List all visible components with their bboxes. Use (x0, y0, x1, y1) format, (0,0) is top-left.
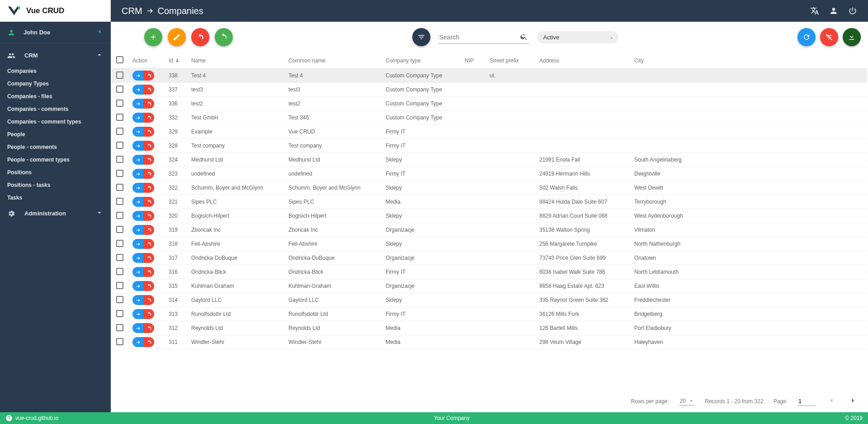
row-checkbox[interactable] (116, 254, 123, 261)
row-open-button[interactable] (132, 183, 143, 193)
row-checkbox[interactable] (116, 71, 123, 79)
th-nip[interactable]: NIP (460, 52, 485, 69)
table-row[interactable]: 315Kuhlman-GrahamKuhlman-GrahamOrganizac… (112, 279, 867, 293)
row-checkbox[interactable] (116, 240, 123, 247)
footer-link[interactable]: vue-crud.github.io (15, 415, 58, 421)
row-checkbox[interactable] (116, 310, 123, 317)
row-undo-button[interactable] (143, 197, 154, 207)
clear-filter-button[interactable] (820, 28, 838, 46)
table-row[interactable]: 319Zboncak IncZboncak IncOrganizacje3513… (112, 223, 867, 237)
sidebar-item[interactable]: Companies - comments (0, 103, 111, 115)
row-open-button[interactable] (132, 155, 143, 165)
user-row[interactable]: John Doe (0, 22, 111, 43)
row-undo-button[interactable] (143, 239, 154, 249)
row-open-button[interactable] (132, 141, 143, 151)
row-undo-button[interactable] (143, 337, 154, 347)
edit-button[interactable] (168, 28, 186, 46)
row-undo-button[interactable] (143, 169, 154, 179)
row-open-button[interactable] (132, 71, 143, 81)
row-undo-button[interactable] (143, 211, 154, 221)
nav-group-admin[interactable]: Administration (0, 204, 111, 223)
row-checkbox[interactable] (116, 268, 123, 275)
table-row[interactable]: 312Reynolds LtdReynolds LtdMedia126 Bart… (112, 321, 867, 335)
table-row[interactable]: 328Test companyTest companyFirmy IT (112, 139, 867, 153)
row-undo-button[interactable] (143, 141, 154, 151)
row-open-button[interactable] (132, 309, 143, 319)
translate-icon[interactable] (810, 6, 819, 15)
row-undo-button[interactable] (143, 127, 154, 137)
th-city[interactable]: City (630, 52, 867, 69)
table-row[interactable]: 320Bogisich-HilpertBogisich-HilpertSklep… (112, 209, 867, 223)
table-row[interactable]: 316Ondricka-BlickOndricka-BlickFirmy IT6… (112, 265, 867, 279)
row-open-button[interactable] (132, 211, 143, 221)
filter-button[interactable] (412, 28, 430, 46)
next-page-button[interactable] (847, 395, 859, 408)
table-row[interactable]: 337test3test3Custom Company Type (112, 83, 867, 97)
row-open-button[interactable] (132, 267, 143, 277)
sidebar-item[interactable]: Companies - comment types (0, 115, 111, 128)
status-select[interactable]: Active (537, 31, 618, 43)
row-undo-button[interactable] (143, 225, 154, 235)
row-checkbox[interactable] (116, 170, 123, 177)
row-checkbox[interactable] (116, 114, 123, 121)
select-all-checkbox[interactable] (116, 56, 123, 63)
sidebar-item[interactable]: People - comments (0, 141, 111, 153)
row-undo-button[interactable] (143, 309, 154, 319)
row-open-button[interactable] (132, 225, 143, 235)
table-row[interactable]: 336test2test2Custom Company Type (112, 97, 867, 111)
download-button[interactable] (843, 28, 861, 46)
row-open-button[interactable] (132, 169, 143, 179)
chevron-left-icon[interactable] (95, 28, 104, 37)
table-row[interactable]: 332Test GmbHTest 345Custom Company Type (112, 111, 867, 125)
row-undo-button[interactable] (143, 323, 154, 333)
row-open-button[interactable] (132, 253, 143, 263)
row-undo-button[interactable] (143, 253, 154, 263)
undo-button[interactable] (191, 28, 209, 46)
row-undo-button[interactable] (143, 71, 154, 81)
power-icon[interactable] (848, 6, 857, 15)
row-undo-button[interactable] (143, 281, 154, 291)
row-checkbox[interactable] (116, 282, 123, 289)
row-checkbox[interactable] (116, 198, 123, 205)
th-common[interactable]: Common name (284, 52, 381, 69)
table-row[interactable]: 322Schumm, Boyer and McGlynnSchumm, Boye… (112, 181, 867, 195)
row-checkbox[interactable] (116, 100, 123, 107)
th-id[interactable]: Id (164, 52, 187, 69)
sidebar-item[interactable]: Positions - tasks (0, 179, 111, 191)
th-name[interactable]: Name (187, 52, 284, 69)
table-row[interactable]: 324Medhurst LtdMedhurst LtdSklepy21991 E… (112, 153, 867, 167)
row-undo-button[interactable] (143, 113, 154, 123)
row-undo-button[interactable] (143, 85, 154, 95)
row-open-button[interactable] (132, 337, 143, 347)
row-checkbox[interactable] (116, 86, 123, 93)
row-checkbox[interactable] (116, 142, 123, 149)
nav-group-crm[interactable]: CRM (0, 46, 111, 65)
row-undo-button[interactable] (143, 155, 154, 165)
row-open-button[interactable] (132, 239, 143, 249)
row-open-button[interactable] (132, 127, 143, 137)
table-row[interactable]: 314Gaylord LLCGaylord LLCSklepy335 Rayno… (112, 293, 867, 307)
row-checkbox[interactable] (116, 156, 123, 163)
row-undo-button[interactable] (143, 183, 154, 193)
search-input[interactable] (439, 31, 529, 44)
th-address[interactable]: Address (535, 52, 630, 69)
row-checkbox[interactable] (116, 128, 123, 135)
table-row[interactable]: 329ExampleVue CRUDFirmy IT (112, 125, 867, 139)
add-button[interactable] (144, 28, 162, 46)
row-checkbox[interactable] (116, 226, 123, 233)
sidebar-item[interactable]: Company Types (0, 77, 111, 90)
row-open-button[interactable] (132, 197, 143, 207)
sidebar-item[interactable]: People - comment types (0, 153, 111, 166)
row-open-button[interactable] (132, 113, 143, 123)
sidebar-item[interactable]: People (0, 128, 111, 141)
table-row[interactable]: 311Windler-StehrWindler-StehrMedia298 Ve… (112, 335, 867, 349)
table-row[interactable]: 323undefinedundefinedFirmy IT24919 Herma… (112, 167, 867, 181)
table-row[interactable]: 318Feil-AbshireFeil-AbshireSklepy256 Mar… (112, 237, 867, 251)
help-icon[interactable] (5, 414, 13, 422)
th-prefix[interactable]: Street prefix (485, 52, 535, 69)
row-checkbox[interactable] (116, 296, 123, 303)
table-row[interactable]: 338Test 4Test 4Custom Company Typeul. (112, 69, 867, 83)
table-row[interactable]: 317Ondricka-DuBuqueOndricka-DuBuqueOrgan… (112, 251, 867, 265)
rows-per-page-select[interactable]: 20 (679, 397, 695, 405)
row-open-button[interactable] (132, 295, 143, 305)
